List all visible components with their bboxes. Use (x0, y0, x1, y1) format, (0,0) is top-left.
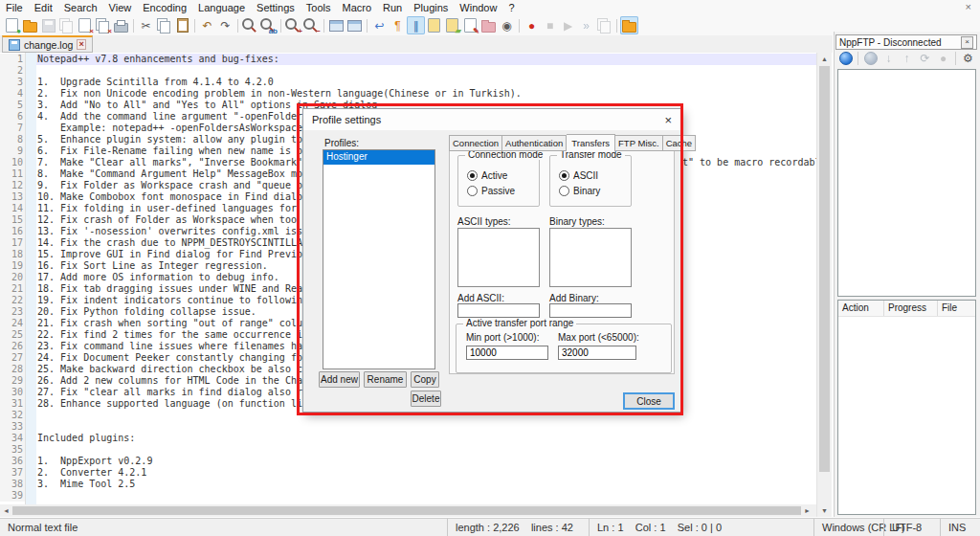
add-binary-input[interactable] (549, 303, 632, 318)
nppftp-show-icon[interactable] (620, 16, 638, 34)
dialog-tab-ftpmisc[interactable]: FTP Misc. (615, 135, 663, 151)
menu-view[interactable]: View (103, 1, 138, 14)
menu-tools[interactable]: Tools (301, 1, 337, 14)
ftp-refresh-icon[interactable]: ⟳ (916, 50, 934, 68)
menu-settings[interactable]: Settings (251, 1, 301, 14)
dialog-tab-authentication[interactable]: Authentication (502, 135, 567, 151)
close-button[interactable]: Close (623, 392, 675, 410)
copy-button[interactable]: Copy (411, 371, 439, 388)
menu-macro[interactable]: Macro (336, 1, 377, 14)
scroll-right-icon[interactable]: ► (801, 507, 813, 514)
min-port-input[interactable] (466, 346, 548, 360)
rename-button[interactable]: Rename (364, 371, 407, 388)
menu-window[interactable]: Window (454, 1, 502, 14)
radio-ascii[interactable]: ASCII (559, 170, 598, 181)
column-progress[interactable]: Progress (884, 301, 938, 316)
scroll-left-icon[interactable]: ◄ (0, 507, 12, 514)
column-file[interactable]: File (938, 301, 975, 316)
menu-run[interactable]: Run (377, 1, 408, 14)
profiles-listbox[interactable]: Hostinger (323, 149, 435, 369)
editor-line (37, 65, 816, 77)
status-eol-format[interactable]: Windows (CR LF) (813, 519, 883, 536)
doc-switcher-icon[interactable]: ✎ (461, 16, 479, 34)
horizontal-scrollbar[interactable]: ◄ ► (0, 504, 816, 517)
menu-file[interactable]: File (0, 1, 29, 14)
ftp-connect-icon[interactable] (836, 50, 855, 68)
redo-icon[interactable]: ↷ (216, 16, 234, 34)
new-file-icon[interactable]: ● (3, 16, 21, 34)
column-action[interactable]: Action (838, 301, 884, 316)
max-port-input[interactable] (558, 346, 636, 360)
show-all-chars-icon[interactable]: ¶ (389, 16, 407, 34)
nppftp-close-icon[interactable]: × (961, 36, 973, 49)
radio-active[interactable]: Active (467, 170, 507, 181)
zoom-in-icon[interactable]: + (284, 16, 302, 34)
dialog-close-icon[interactable]: × (664, 113, 672, 127)
ftp-download-icon[interactable]: ↓ (880, 50, 898, 68)
sync-scroll-v-icon[interactable] (327, 16, 345, 34)
profile-item[interactable]: Hostinger (323, 150, 434, 165)
radio-passive[interactable]: Passive (467, 186, 515, 196)
save-icon[interactable] (39, 16, 57, 34)
zoom-out-icon[interactable]: − (302, 16, 321, 34)
binary-types-listbox[interactable] (549, 228, 632, 287)
nppftp-file-tree[interactable] (837, 69, 976, 297)
macro-save-icon[interactable] (595, 16, 613, 34)
macro-record-icon[interactable]: ● (523, 16, 541, 34)
vertical-scrollbar[interactable]: ▲ ▼ (816, 53, 832, 517)
save-all-icon[interactable] (57, 16, 76, 34)
word-wrap-icon[interactable]: ↩ (370, 16, 389, 34)
dialog-tab-transfers[interactable]: Transfers (567, 134, 615, 152)
menu-plugins[interactable]: Plugins (408, 1, 454, 14)
print-icon[interactable] (112, 16, 130, 34)
cut-icon[interactable]: ✂ (137, 16, 155, 34)
tab-changelog[interactable]: change.log × (2, 35, 93, 53)
menu-search[interactable]: Search (58, 1, 103, 14)
macro-play-icon[interactable]: ▶ (559, 16, 577, 34)
monitoring-eye-icon[interactable]: ◉ (498, 16, 516, 34)
doc-map-icon[interactable]: ▰ (443, 16, 461, 34)
nppftp-queue-list[interactable]: ActionProgressFile (837, 300, 976, 515)
folder-workspace-icon[interactable] (479, 16, 498, 34)
find-icon[interactable] (241, 16, 259, 34)
add-new-button[interactable]: Add new (319, 371, 360, 388)
undo-icon[interactable]: ↶ (198, 16, 216, 34)
macro-run-multi-icon[interactable]: » (577, 16, 595, 34)
menu-language[interactable]: Language (192, 1, 251, 14)
add-ascii-input[interactable] (457, 303, 540, 318)
macro-stop-icon[interactable]: ■ (541, 16, 559, 34)
close-file-icon[interactable]: × (76, 16, 94, 34)
window-close-icon[interactable]: × (966, 1, 971, 12)
dialog-titlebar[interactable]: Profile settings × (303, 109, 680, 130)
menu-help[interactable]: ? (502, 1, 520, 14)
line-number: 31 (0, 398, 25, 410)
scroll-up-icon[interactable]: ▲ (817, 53, 832, 65)
toolbar-separator (133, 19, 134, 33)
ftp-upload-icon[interactable]: ↑ (898, 50, 916, 68)
copy-icon[interactable] (155, 16, 173, 34)
delete-button[interactable]: Delete (411, 391, 441, 407)
open-folder-icon[interactable] (21, 16, 39, 34)
indent-guide-icon[interactable]: ∥ (407, 16, 425, 34)
radio-binary[interactable]: Binary (559, 186, 600, 196)
dialog-tab-connection[interactable]: Connection (449, 135, 502, 151)
ascii-types-listbox[interactable] (457, 228, 540, 287)
menu-edit[interactable]: Edit (29, 1, 58, 14)
paste-icon[interactable] (173, 16, 191, 34)
line-number: 14 (0, 203, 25, 214)
horizontal-scroll-thumb[interactable] (12, 506, 801, 515)
ftp-abort-icon[interactable]: ● (934, 50, 952, 68)
tab-close-icon[interactable]: × (77, 39, 85, 50)
vertical-scroll-thumb[interactable] (819, 66, 830, 472)
scroll-down-icon[interactable]: ▼ (817, 504, 832, 517)
function-list-icon[interactable] (425, 16, 443, 34)
sync-scroll-h-icon[interactable] (345, 16, 364, 34)
menu-encoding[interactable]: Encoding (137, 1, 192, 14)
ftp-disconnect-icon[interactable] (861, 50, 880, 68)
replace-icon[interactable]: ab (259, 16, 278, 34)
close-all-icon[interactable]: × (94, 16, 112, 34)
status-insert-mode[interactable]: INS (940, 519, 980, 536)
status-encoding[interactable]: UTF-8 (883, 519, 940, 536)
dialog-tab-cache[interactable]: Cache (663, 135, 696, 151)
ftp-settings-gear-icon[interactable]: ⚙ (959, 50, 977, 68)
